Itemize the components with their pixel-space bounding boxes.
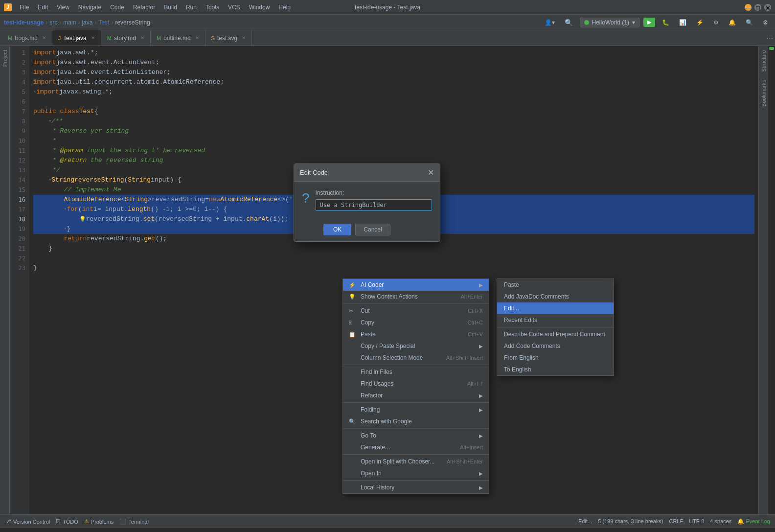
cm-label-find-usages: Find Usages bbox=[361, 380, 463, 387]
dialog-ok-button[interactable]: OK bbox=[323, 224, 351, 235]
profile-run-button[interactable]: ⚡ bbox=[693, 18, 707, 27]
show-context-icon: 💡 bbox=[349, 294, 357, 300]
menu-navigate[interactable]: Navigate bbox=[74, 3, 105, 12]
debug-button[interactable]: 🐛 bbox=[659, 18, 672, 27]
coverage-button[interactable]: 📊 bbox=[676, 18, 689, 27]
menu-view[interactable]: View bbox=[53, 3, 73, 12]
sm-item-describe-code[interactable]: Describe Code and Prepend Comment bbox=[497, 328, 614, 340]
menu-edit[interactable]: Edit bbox=[34, 3, 52, 12]
cm-item-show-context[interactable]: 💡 Show Context Actions Alt+Enter bbox=[343, 291, 489, 302]
settings-button[interactable]: ⚙ bbox=[710, 18, 722, 27]
sm-item-from-english[interactable]: From English bbox=[497, 352, 614, 364]
menu-code[interactable]: Code bbox=[106, 3, 128, 12]
search-button[interactable]: 🔍 bbox=[743, 18, 756, 27]
sm-item-recent-edits[interactable]: Recent Edits bbox=[497, 314, 614, 326]
tabs-overflow-button[interactable]: ⋯ bbox=[767, 34, 773, 42]
tab-test-java[interactable]: J Test.java ✕ bbox=[52, 30, 101, 46]
cm-item-open-in[interactable]: Open In ▶ bbox=[343, 467, 489, 479]
status-problems[interactable]: ⚠ Problems bbox=[84, 518, 114, 525]
run-button[interactable]: ▶ bbox=[643, 18, 655, 27]
ln-22: 22 bbox=[10, 254, 29, 263]
sm-item-to-english[interactable]: To English bbox=[497, 364, 614, 375]
menu-tools[interactable]: Tools bbox=[202, 3, 223, 12]
breadcrumb-project[interactable]: test-ide-usage bbox=[4, 19, 44, 26]
status-todo[interactable]: ☑ TODO bbox=[56, 518, 78, 525]
menu-file[interactable]: File bbox=[16, 3, 33, 12]
cm-item-find-usages[interactable]: Find Usages Alt+F7 bbox=[343, 378, 489, 390]
sidebar-tab-structure[interactable]: Structure bbox=[759, 46, 768, 76]
cm-item-paste[interactable]: 📋 Paste Ctrl+V bbox=[343, 328, 489, 340]
notifications-button[interactable]: 🔔 bbox=[726, 18, 739, 27]
status-terminal[interactable]: ⬛ Terminal bbox=[119, 518, 149, 525]
tab-label-test: Test.java bbox=[63, 35, 86, 42]
cm-sep-2 bbox=[343, 365, 489, 365]
sm-item-paste[interactable]: Paste bbox=[497, 279, 614, 291]
code-line-1: import java.awt.*; bbox=[33, 48, 754, 58]
search-everywhere-button[interactable]: 🔍 bbox=[562, 18, 576, 27]
cm-label-column-selection: Column Selection Mode bbox=[361, 354, 442, 361]
cm-item-copy[interactable]: ⎘ Copy Ctrl+C bbox=[343, 317, 489, 328]
sidebar-tab-bookmarks[interactable]: Bookmarks bbox=[759, 76, 768, 111]
status-event-log[interactable]: 🔔 Event Log bbox=[737, 518, 770, 525]
cm-item-refactor[interactable]: Refactor ▶ bbox=[343, 390, 489, 401]
cm-item-cut[interactable]: ✂ Cut Ctrl+X bbox=[343, 305, 489, 317]
tab-close-story[interactable]: ✕ bbox=[140, 35, 144, 41]
dialog-instruction-input[interactable] bbox=[316, 199, 432, 211]
cm-item-generate[interactable]: Generate... Alt+Insert bbox=[343, 441, 489, 453]
cm-label-copy: Copy bbox=[361, 319, 464, 326]
maximize-button[interactable]: □ bbox=[754, 4, 761, 11]
minimize-button[interactable]: — bbox=[745, 4, 752, 11]
menu-refactor[interactable]: Refactor bbox=[129, 3, 159, 12]
tab-test-svg[interactable]: S test.svg ✕ bbox=[205, 30, 252, 46]
tab-story-md[interactable]: M story.md ✕ bbox=[101, 30, 151, 46]
tab-close-outline[interactable]: ✕ bbox=[195, 35, 199, 41]
status-indent[interactable]: 4 spaces bbox=[710, 518, 731, 525]
cm-item-folding[interactable]: Folding ▶ bbox=[343, 404, 489, 416]
breadcrumb-java[interactable]: java bbox=[82, 19, 92, 26]
run-config-dropdown[interactable]: HelloWorld (1) ▾ bbox=[580, 18, 639, 27]
status-crlf[interactable]: CRLF bbox=[669, 518, 683, 525]
profile-button[interactable]: 👤▾ bbox=[542, 18, 558, 27]
code-line-8: ▾/** bbox=[33, 116, 754, 126]
dialog-close-button[interactable]: ✕ bbox=[428, 168, 434, 177]
tab-frogs-md[interactable]: M frogs.md ✕ bbox=[2, 30, 52, 46]
cm-item-open-split[interactable]: Open in Split with Chooser... Alt+Shift+… bbox=[343, 456, 489, 467]
breadcrumb-main[interactable]: main bbox=[63, 19, 76, 26]
sm-item-edit[interactable]: Edit... bbox=[497, 302, 614, 314]
tab-close-test[interactable]: ✕ bbox=[91, 35, 95, 41]
cm-item-ai-coder[interactable]: ⚡ AI Coder ▶ bbox=[343, 279, 489, 291]
dialog-cancel-button[interactable]: Cancel bbox=[355, 224, 390, 235]
sm-item-add-code-comments[interactable]: Add Code Comments bbox=[497, 340, 614, 352]
gear-button[interactable]: ⚙ bbox=[760, 18, 771, 27]
tab-outline-md[interactable]: M outline.md ✕ bbox=[151, 30, 205, 46]
breadcrumb-class[interactable]: Test bbox=[98, 19, 109, 26]
breadcrumb-method[interactable]: reverseString bbox=[115, 19, 150, 26]
cm-item-column-selection[interactable]: Column Selection Mode Alt+Shift+Insert bbox=[343, 352, 489, 364]
breadcrumb-src[interactable]: src bbox=[49, 19, 57, 26]
sidebar-tab-project[interactable]: Project bbox=[0, 46, 9, 70]
cm-label-open-in: Open In bbox=[361, 470, 475, 477]
editor-tabs: M frogs.md ✕ J Test.java ✕ M story.md ✕ … bbox=[0, 30, 775, 46]
cm-item-search-google[interactable]: 🔍 Search with Google bbox=[343, 416, 489, 427]
cm-item-local-history[interactable]: Local History ▶ bbox=[343, 482, 489, 493]
menu-run[interactable]: Run bbox=[182, 3, 201, 12]
menu-build[interactable]: Build bbox=[160, 3, 181, 12]
status-charset[interactable]: UTF-8 bbox=[689, 518, 704, 525]
menu-window[interactable]: Window bbox=[245, 3, 274, 12]
tab-close-svg[interactable]: ✕ bbox=[242, 35, 246, 41]
menu-vcs[interactable]: VCS bbox=[224, 3, 244, 12]
cm-item-find-files[interactable]: Find in Files bbox=[343, 366, 489, 378]
tab-close-frogs[interactable]: ✕ bbox=[42, 35, 46, 41]
sm-item-add-javadoc[interactable]: Add JavaDoc Comments bbox=[497, 291, 614, 302]
cm-item-copy-paste-special[interactable]: Copy / Paste Special ▶ bbox=[343, 340, 489, 352]
ln-23: 23 bbox=[10, 263, 29, 273]
cm-label-find-files: Find in Files bbox=[361, 369, 483, 375]
vc-label: Version Control bbox=[13, 519, 50, 525]
status-version-control[interactable]: ⎇ Version Control bbox=[5, 518, 50, 525]
cm-arrow-folding: ▶ bbox=[479, 407, 483, 413]
cm-item-go-to[interactable]: Go To ▶ bbox=[343, 430, 489, 441]
close-button[interactable]: ✕ bbox=[764, 4, 771, 11]
menu-help[interactable]: Help bbox=[274, 3, 295, 12]
dialog-instruction-label: Instruction: bbox=[316, 189, 432, 196]
tab-label-frogs: frogs.md bbox=[15, 35, 38, 42]
